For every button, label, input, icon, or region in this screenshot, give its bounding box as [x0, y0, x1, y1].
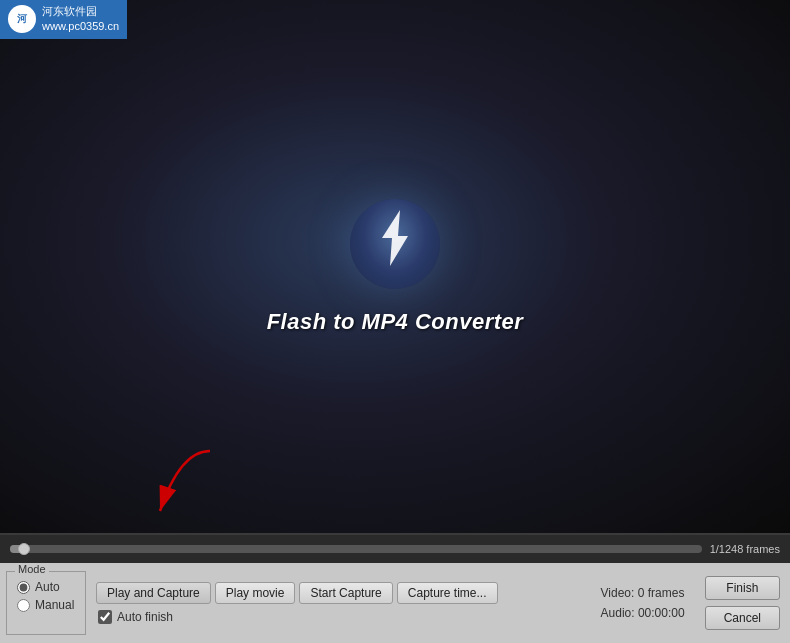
scrubber-track[interactable] [10, 545, 702, 553]
capture-time-button[interactable]: Capture time... [397, 582, 498, 604]
watermark-logo: 河 [8, 5, 36, 33]
start-capture-button[interactable]: Start Capture [299, 582, 392, 604]
watermark-text: 河东软件园 www.pc0359.cn [42, 4, 119, 35]
app-title: Flash to MP4 Converter [267, 309, 524, 335]
mode-manual-radio[interactable] [17, 599, 30, 612]
mode-auto-label: Auto [35, 580, 60, 594]
action-buttons: Finish Cancel [695, 563, 790, 643]
scrubber-thumb[interactable] [18, 543, 30, 555]
auto-finish-checkbox[interactable] [98, 610, 112, 624]
flash-icon-container [350, 199, 440, 289]
arrow [130, 441, 250, 535]
auto-finish-label: Auto finish [117, 610, 173, 624]
mode-manual-label: Manual [35, 598, 74, 612]
watermark-line1: 河东软件园 [42, 4, 119, 19]
auto-finish-row: Auto finish [96, 610, 498, 624]
controls-area: Mode Auto Manual Play and Capture Play m… [0, 563, 790, 643]
play-movie-button[interactable]: Play movie [215, 582, 296, 604]
info-section: Video: 0 frames Audio: 00:00:00 [591, 563, 695, 643]
watermark-line2: www.pc0359.cn [42, 19, 119, 34]
play-and-capture-button[interactable]: Play and Capture [96, 582, 211, 604]
mode-auto-option[interactable]: Auto [17, 580, 75, 594]
buttons-row-top: Play and Capture Play movie Start Captur… [96, 582, 498, 604]
finish-button[interactable]: Finish [705, 576, 780, 600]
cancel-button[interactable]: Cancel [705, 606, 780, 630]
mode-group: Mode Auto Manual [6, 571, 86, 635]
watermark: 河 河东软件园 www.pc0359.cn [0, 0, 127, 39]
mode-manual-option[interactable]: Manual [17, 598, 75, 612]
buttons-column: Play and Capture Play movie Start Captur… [92, 563, 502, 643]
mode-auto-radio[interactable] [17, 581, 30, 594]
audio-time-info: Audio: 00:00:00 [601, 606, 685, 620]
video-area: Flash to MP4 Converter [0, 0, 790, 533]
flash-icon [370, 208, 420, 279]
frame-count: 1/1248 frames [710, 543, 780, 555]
mode-legend: Mode [15, 563, 49, 575]
scrubber-area[interactable]: 1/1248 frames [0, 535, 790, 563]
video-frames-info: Video: 0 frames [601, 586, 685, 600]
